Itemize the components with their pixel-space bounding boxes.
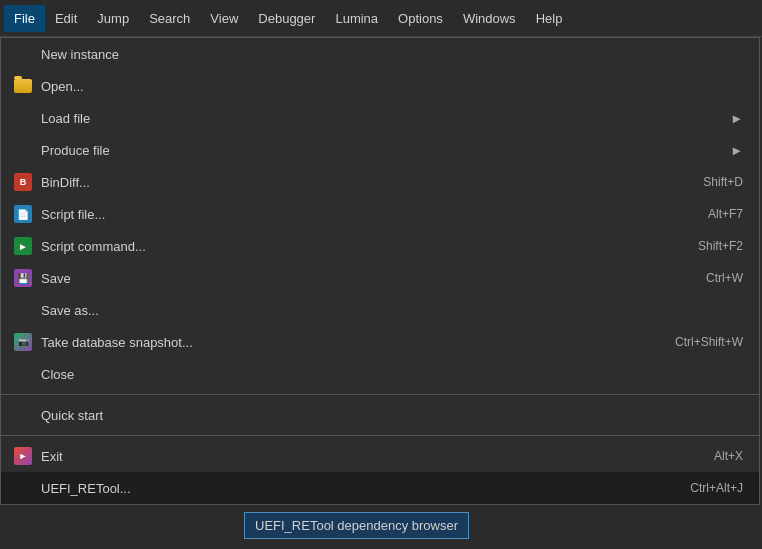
menu-item-save-as[interactable]: Save as... <box>1 294 759 326</box>
bindiff-label: BinDiff... <box>41 175 663 190</box>
save-as-label: Save as... <box>41 303 743 318</box>
open-icon <box>13 76 33 96</box>
divider-2 <box>1 435 759 436</box>
script-file-icon: 📄 <box>13 204 33 224</box>
new-instance-label: New instance <box>41 47 743 62</box>
menu-file[interactable]: File <box>4 5 45 32</box>
menu-item-uefi-retool[interactable]: UEFI_RETool... Ctrl+Alt+J <box>1 472 759 504</box>
exit-icon: ► <box>13 446 33 466</box>
snapshot-icon: 📷 <box>13 332 33 352</box>
menu-item-close[interactable]: Close <box>1 358 759 390</box>
bindiff-shortcut: Shift+D <box>703 175 743 189</box>
menubar: File Edit Jump Search View Debugger Lumi… <box>0 0 762 37</box>
quick-start-icon <box>13 405 33 425</box>
menu-item-bindiff[interactable]: B BinDiff... Shift+D <box>1 166 759 198</box>
menu-item-load-file[interactable]: Load file ► <box>1 102 759 134</box>
menu-debugger[interactable]: Debugger <box>248 5 325 32</box>
produce-file-icon <box>13 140 33 160</box>
save-shortcut: Ctrl+W <box>706 271 743 285</box>
menu-item-quick-start[interactable]: Quick start <box>1 399 759 431</box>
tooltip-text: UEFI_RETool dependency browser <box>255 518 458 533</box>
close-menu-icon <box>13 364 33 384</box>
produce-file-label: Produce file <box>41 143 722 158</box>
script-file-shortcut: Alt+F7 <box>708 207 743 221</box>
uefi-retool-icon <box>13 478 33 498</box>
menu-item-produce-file[interactable]: Produce file ► <box>1 134 759 166</box>
menu-item-snapshot[interactable]: 📷 Take database snapshot... Ctrl+Shift+W <box>1 326 759 358</box>
quick-start-label: Quick start <box>41 408 743 423</box>
menu-item-exit[interactable]: ► Exit Alt+X <box>1 440 759 472</box>
menu-windows[interactable]: Windows <box>453 5 526 32</box>
save-icon: 💾 <box>13 268 33 288</box>
script-command-label: Script command... <box>41 239 658 254</box>
script-command-icon: ► <box>13 236 33 256</box>
save-label: Save <box>41 271 666 286</box>
close-label: Close <box>41 367 743 382</box>
snapshot-shortcut: Ctrl+Shift+W <box>675 335 743 349</box>
script-command-shortcut: Shift+F2 <box>698 239 743 253</box>
load-file-arrow: ► <box>730 111 743 126</box>
save-as-icon <box>13 300 33 320</box>
snapshot-label: Take database snapshot... <box>41 335 635 350</box>
load-file-icon <box>13 108 33 128</box>
exit-shortcut: Alt+X <box>714 449 743 463</box>
menu-options[interactable]: Options <box>388 5 453 32</box>
open-label: Open... <box>41 79 743 94</box>
menu-view[interactable]: View <box>200 5 248 32</box>
menu-lumina[interactable]: Lumina <box>325 5 388 32</box>
uefi-retool-label: UEFI_RETool... <box>41 481 650 496</box>
uefi-retool-shortcut: Ctrl+Alt+J <box>690 481 743 495</box>
load-file-label: Load file <box>41 111 722 126</box>
bindiff-icon: B <box>13 172 33 192</box>
produce-file-arrow: ► <box>730 143 743 158</box>
menu-help[interactable]: Help <box>526 5 573 32</box>
new-instance-icon <box>13 44 33 64</box>
menu-search[interactable]: Search <box>139 5 200 32</box>
menu-edit[interactable]: Edit <box>45 5 87 32</box>
file-menu-dropdown: New instance Open... Load file ► Produce… <box>0 37 760 505</box>
exit-label: Exit <box>41 449 674 464</box>
menu-jump[interactable]: Jump <box>87 5 139 32</box>
script-file-label: Script file... <box>41 207 668 222</box>
tooltip-popup: UEFI_RETool dependency browser <box>244 512 469 539</box>
menu-item-script-file[interactable]: 📄 Script file... Alt+F7 <box>1 198 759 230</box>
divider-1 <box>1 394 759 395</box>
menu-item-script-command[interactable]: ► Script command... Shift+F2 <box>1 230 759 262</box>
menu-item-new-instance[interactable]: New instance <box>1 38 759 70</box>
menu-item-save[interactable]: 💾 Save Ctrl+W <box>1 262 759 294</box>
menu-item-open[interactable]: Open... <box>1 70 759 102</box>
